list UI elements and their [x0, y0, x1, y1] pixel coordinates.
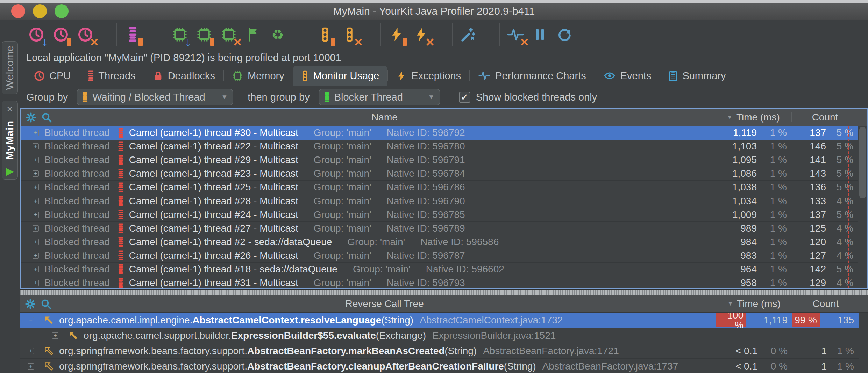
- snapshot-flag-button[interactable]: [243, 24, 263, 45]
- expand-icon[interactable]: +: [33, 157, 39, 163]
- search-icon[interactable]: [41, 112, 52, 123]
- column-header-count[interactable]: Count: [792, 298, 859, 309]
- zoom-window-button[interactable]: [55, 4, 69, 18]
- search-icon[interactable]: [41, 299, 51, 309]
- call-tree-row[interactable]: +org.springframework.beans.factory.suppo…: [20, 343, 868, 359]
- thread-name: Camel (camel-1) thread #24 - Multicast: [129, 209, 298, 220]
- expand-icon[interactable]: +: [33, 266, 39, 272]
- tab-cpu[interactable]: CPU: [26, 66, 79, 86]
- count-value: 1: [792, 361, 827, 372]
- call-tree-row[interactable]: −org.apache.camel.impl.engine.AbstractCa…: [20, 313, 868, 328]
- table-row[interactable]: +Blocked threadCamel (camel-1) thread #1…: [21, 263, 867, 276]
- table-row[interactable]: +Blocked threadCamel (camel-1) thread #2…: [21, 194, 867, 208]
- table-row[interactable]: +Blocked threadCamel (camel-1) thread #2…: [21, 249, 867, 263]
- toolbar-separator: [116, 23, 117, 46]
- time-header-label: Time (ms): [737, 298, 781, 309]
- expand-icon[interactable]: +: [33, 198, 39, 204]
- panel-splitter[interactable]: [20, 289, 868, 295]
- cpu-clear-button[interactable]: [51, 24, 71, 45]
- column-header-time[interactable]: ▼ Time (ms): [716, 298, 792, 309]
- expand-icon[interactable]: +: [33, 170, 39, 177]
- time-cell: 9841 %: [716, 236, 792, 248]
- scrollbar[interactable]: [858, 126, 867, 288]
- table-row[interactable]: +Blocked threadCamel (camel-1) thread #2…: [21, 208, 867, 222]
- toolbar-separator: [309, 23, 309, 46]
- settings-gear-icon[interactable]: [25, 299, 36, 309]
- refresh-button[interactable]: [554, 24, 575, 45]
- tab-deadlocks[interactable]: Deadlocks: [144, 66, 223, 86]
- expand-icon[interactable]: +: [28, 363, 34, 370]
- memory-stop-button[interactable]: ×: [219, 24, 239, 45]
- memory-clear-button[interactable]: [194, 24, 214, 45]
- inspections-wand-button[interactable]: [458, 24, 478, 45]
- minimize-window-button[interactable]: [33, 4, 47, 18]
- expand-icon[interactable]: +: [33, 225, 39, 232]
- show-blocked-checkbox[interactable]: ✓: [459, 92, 470, 103]
- call-tree-row[interactable]: +org.springframework.beans.factory.suppo…: [20, 359, 868, 373]
- then-group-by-value: Blocker Thread: [334, 92, 403, 103]
- expand-icon[interactable]: +: [33, 143, 39, 149]
- table-row[interactable]: +Blocked threadCamel (camel-1) thread #2…: [21, 222, 867, 235]
- expand-icon[interactable]: +: [52, 332, 58, 339]
- tab-monitor-usage[interactable]: Monitor Usage: [293, 66, 388, 86]
- sidebar-tab-mymain[interactable]: × MyMain ▶: [2, 101, 18, 180]
- memory-capture-button[interactable]: ↓: [170, 24, 190, 45]
- cpu-start-button[interactable]: ↓: [26, 24, 47, 45]
- call-tree-row[interactable]: +org.apache.camel.support.builder.Expres…: [20, 328, 868, 343]
- expand-icon[interactable]: +: [33, 184, 39, 190]
- exceptions-clear-button[interactable]: [386, 24, 407, 45]
- expand-icon[interactable]: +: [33, 253, 39, 259]
- thread-group: Group: 'main': [314, 277, 371, 288]
- column-header-time[interactable]: ▼ Time (ms): [715, 112, 791, 123]
- column-header-count[interactable]: Count: [792, 112, 858, 123]
- tab-performance-charts[interactable]: Performance Charts: [470, 66, 595, 86]
- table-row[interactable]: +Blocked threadCamel (camel-1) thread #3…: [21, 126, 867, 140]
- tab-exceptions[interactable]: Exceptions: [388, 66, 469, 86]
- table-row[interactable]: +Blocked threadCamel (camel-1) thread #2…: [21, 167, 867, 181]
- thread-icon: [118, 155, 123, 165]
- scrollbar-thumb[interactable]: [859, 127, 866, 198]
- expand-icon[interactable]: +: [33, 130, 39, 136]
- sidebar-tab-welcome[interactable]: Welcome: [2, 41, 18, 94]
- count-cell: 11 %: [792, 345, 859, 357]
- source-location: AbstractCamelContext.java:1732: [420, 315, 563, 326]
- then-group-by-select[interactable]: Blocker Thread ▼: [319, 89, 440, 105]
- group-by-select[interactable]: Waiting / Blocked Thread ▼: [77, 89, 233, 105]
- bar-badge-icon: [67, 38, 71, 46]
- tab-events[interactable]: Events: [595, 66, 660, 86]
- tab-summary[interactable]: Summary: [660, 66, 734, 86]
- settings-gear-icon[interactable]: [26, 112, 36, 123]
- table-row[interactable]: +Blocked threadCamel (camel-1) thread #2…: [21, 181, 867, 194]
- force-gc-button[interactable]: ♻: [268, 24, 288, 45]
- close-window-button[interactable]: [11, 4, 25, 18]
- expand-icon[interactable]: +: [33, 280, 39, 286]
- telemetry-stop-button[interactable]: ×: [505, 24, 526, 45]
- status-line: Local application "MyMain" (PID 89212) i…: [26, 50, 868, 66]
- scrollbar[interactable]: [859, 313, 868, 373]
- thread-native-id: Native ID: 596790: [387, 196, 465, 207]
- table-row[interactable]: +Blocked threadCamel (camel-1) thread #2…: [21, 140, 867, 153]
- table-row[interactable]: +Blocked threadCamel (camel-1) thread #2…: [21, 153, 867, 167]
- tab-threads[interactable]: Threads: [79, 66, 144, 86]
- table-row[interactable]: +Blocked threadCamel (camel-1) thread #2…: [21, 235, 867, 249]
- monitor-stop-button[interactable]: ×: [339, 24, 360, 45]
- column-header-name[interactable]: Name: [54, 112, 715, 123]
- expand-icon[interactable]: +: [33, 239, 39, 245]
- cpu-stop-button[interactable]: ×: [75, 24, 95, 45]
- close-icon[interactable]: ×: [7, 104, 13, 114]
- monitor-clear-button[interactable]: [315, 24, 335, 45]
- thread-telemetry-button[interactable]: [122, 24, 143, 45]
- column-header-call-tree[interactable]: Reverse Call Tree: [54, 298, 716, 309]
- clock-icon: [34, 71, 45, 81]
- pause-button[interactable]: [530, 24, 550, 45]
- exceptions-stop-button[interactable]: ×: [411, 24, 431, 45]
- tab-memory[interactable]: Memory: [224, 66, 293, 86]
- expand-icon[interactable]: +: [28, 348, 34, 354]
- expand-icon[interactable]: +: [33, 212, 39, 218]
- expand-icon[interactable]: −: [28, 317, 34, 323]
- checkbox-label[interactable]: Show blocked threads only: [476, 92, 597, 103]
- lock-icon: [153, 70, 163, 81]
- table-row[interactable]: +Blocked threadCamel (camel-1) thread #3…: [21, 276, 867, 288]
- bar-badge-icon: [331, 38, 335, 46]
- tab-label: Monitor Usage: [313, 70, 379, 82]
